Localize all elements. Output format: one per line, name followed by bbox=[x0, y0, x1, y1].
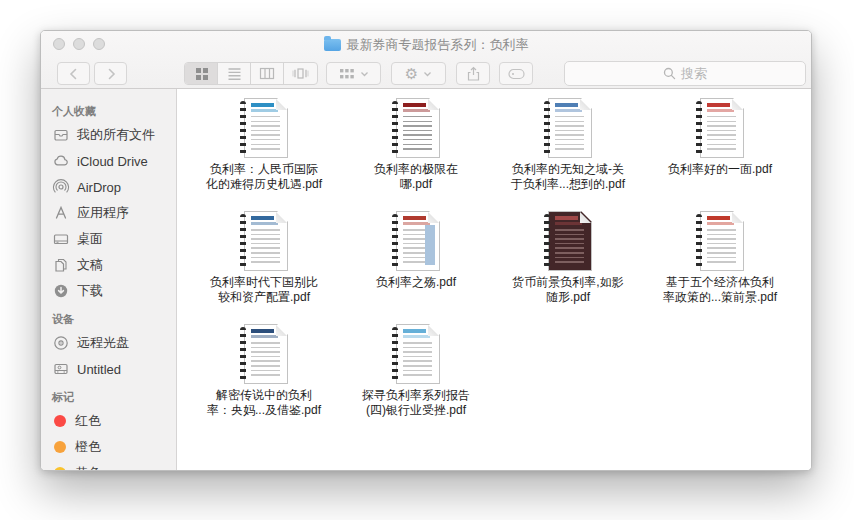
page-fold-corner bbox=[732, 212, 743, 223]
icon-view-icon bbox=[194, 66, 209, 81]
pdf-file-icon bbox=[392, 211, 440, 271]
page-fold-corner bbox=[732, 99, 743, 110]
spiral-binding bbox=[544, 101, 550, 155]
tag-pill-icon bbox=[508, 68, 525, 80]
pdf-page bbox=[396, 98, 440, 158]
sidebar-item-remote-disc[interactable]: 远程光盘 bbox=[41, 330, 176, 356]
sidebar-item-tag-yellow[interactable]: 黄色 bbox=[41, 460, 176, 471]
folder-icon bbox=[324, 39, 341, 51]
spiral-binding bbox=[240, 214, 246, 268]
minimize-button[interactable] bbox=[73, 38, 85, 50]
chevron-down-icon bbox=[360, 70, 369, 78]
file-name: 货币前景负利率,如影 随形.pdf bbox=[512, 275, 623, 305]
hard-drive-icon bbox=[52, 360, 70, 378]
tag-dot-icon bbox=[54, 467, 66, 471]
spiral-binding bbox=[240, 327, 246, 381]
pdf-file-icon bbox=[240, 324, 288, 384]
chevron-left-icon bbox=[66, 66, 82, 82]
chevron-right-icon bbox=[103, 66, 119, 82]
traffic-lights bbox=[53, 38, 105, 50]
pdf-file-icon bbox=[392, 98, 440, 158]
share-icon bbox=[466, 66, 481, 82]
sidebar-item-label: 文稿 bbox=[77, 256, 103, 274]
tag-dot-icon bbox=[54, 441, 66, 453]
sidebar-item-label: 橙色 bbox=[75, 438, 101, 456]
arrange-grid-icon bbox=[339, 67, 355, 81]
back-button[interactable] bbox=[57, 62, 90, 85]
applications-icon bbox=[52, 204, 70, 222]
sidebar-item-label: 应用程序 bbox=[77, 204, 129, 222]
sidebar-item-untitled-drive[interactable]: Untitled bbox=[41, 356, 176, 382]
close-button[interactable] bbox=[53, 38, 65, 50]
sidebar-item-applications[interactable]: 应用程序 bbox=[41, 200, 176, 226]
pdf-page bbox=[244, 211, 288, 271]
pdf-file-icon bbox=[696, 98, 744, 158]
window-title: 最新券商专题报告系列：负利率 bbox=[347, 36, 529, 54]
optical-disc-icon bbox=[52, 334, 70, 352]
file-item[interactable]: 基于五个经济体负利 率政策的...策前景.pdf bbox=[644, 211, 796, 324]
file-item[interactable]: 负利率的极限在 哪.pdf bbox=[340, 98, 492, 211]
downloads-icon bbox=[52, 282, 70, 300]
file-item[interactable]: 探寻负利率系列报告 (四)银行业受挫.pdf bbox=[340, 324, 492, 437]
search-placeholder: 搜索 bbox=[681, 65, 707, 83]
page-fold-corner bbox=[276, 99, 287, 110]
documents-icon bbox=[52, 256, 70, 274]
action-button[interactable]: ⚙ bbox=[391, 62, 446, 85]
file-name: 解密传说中的负利 率：央妈...及借鉴.pdf bbox=[207, 388, 321, 418]
spiral-binding bbox=[696, 214, 702, 268]
pdf-page bbox=[396, 324, 440, 384]
sidebar-item-label: iCloud Drive bbox=[77, 154, 148, 169]
sidebar-item-tag-orange[interactable]: 橙色 bbox=[41, 434, 176, 460]
share-button[interactable] bbox=[456, 62, 490, 85]
sidebar-item-documents[interactable]: 文稿 bbox=[41, 252, 176, 278]
file-item[interactable]: 负利率好的一面.pdf bbox=[644, 98, 796, 211]
file-name: 负利率之殇.pdf bbox=[376, 275, 456, 290]
page-fold-corner bbox=[276, 325, 287, 336]
sidebar-section-favorites: 个人收藏 bbox=[52, 104, 176, 119]
sidebar-item-desktop[interactable]: 桌面 bbox=[41, 226, 176, 252]
spiral-binding bbox=[240, 101, 246, 155]
zoom-button[interactable] bbox=[93, 38, 105, 50]
page-fold-corner bbox=[428, 212, 439, 223]
file-item[interactable]: 负利率时代下国别比 较和资产配置.pdf bbox=[188, 211, 340, 324]
tags-button[interactable] bbox=[499, 62, 533, 85]
list-view-icon bbox=[227, 66, 242, 81]
sidebar-item-label: 远程光盘 bbox=[77, 334, 129, 352]
file-name: 负利率：人民币国际 化的难得历史机遇.pdf bbox=[206, 162, 322, 192]
file-name: 负利率好的一面.pdf bbox=[668, 162, 772, 177]
sidebar-item-all-my-files[interactable]: 我的所有文件 bbox=[41, 122, 176, 148]
icon-view-button[interactable] bbox=[185, 63, 218, 84]
sidebar-item-label: 黄色 bbox=[75, 464, 101, 471]
pdf-file-icon bbox=[544, 211, 592, 271]
sidebar-item-airdrop[interactable]: AirDrop bbox=[41, 174, 176, 200]
sidebar: 个人收藏 我的所有文件 iCloud Drive AirDrop 应用程序 bbox=[41, 89, 177, 471]
sidebar-item-tag-red[interactable]: 红色 bbox=[41, 408, 176, 434]
arrange-button[interactable] bbox=[326, 62, 381, 85]
sidebar-item-label: 桌面 bbox=[77, 230, 103, 248]
sidebar-item-label: Untitled bbox=[77, 362, 121, 377]
coverflow-view-icon bbox=[292, 66, 309, 81]
coverflow-view-button[interactable] bbox=[284, 63, 317, 84]
spiral-binding bbox=[392, 101, 398, 155]
forward-button[interactable] bbox=[94, 62, 127, 85]
sidebar-item-downloads[interactable]: 下载 bbox=[41, 278, 176, 304]
pdf-page bbox=[244, 98, 288, 158]
file-item[interactable]: 货币前景负利率,如影 随形.pdf bbox=[492, 211, 644, 324]
pdf-file-icon bbox=[240, 211, 288, 271]
file-item[interactable]: 负利率：人民币国际 化的难得历史机遇.pdf bbox=[188, 98, 340, 211]
file-name: 负利率时代下国别比 较和资产配置.pdf bbox=[210, 275, 318, 305]
file-item[interactable]: 负利率之殇.pdf bbox=[340, 211, 492, 324]
list-view-button[interactable] bbox=[218, 63, 251, 84]
search-input[interactable]: 搜索 bbox=[564, 61, 806, 86]
titlebar[interactable]: 最新券商专题报告系列：负利率 bbox=[41, 31, 811, 58]
file-item[interactable]: 负利率的无知之域-关 于负利率...想到的.pdf bbox=[492, 98, 644, 211]
file-item[interactable]: 解密传说中的负利 率：央妈...及借鉴.pdf bbox=[188, 324, 340, 437]
sidebar-section-devices: 设备 bbox=[52, 312, 176, 327]
pdf-page bbox=[700, 98, 744, 158]
gear-icon: ⚙ bbox=[405, 66, 418, 81]
page-fold-corner bbox=[276, 212, 287, 223]
sidebar-item-label: AirDrop bbox=[77, 180, 121, 195]
column-view-button[interactable] bbox=[251, 63, 284, 84]
page-fold-corner bbox=[580, 99, 591, 110]
sidebar-item-icloud-drive[interactable]: iCloud Drive bbox=[41, 148, 176, 174]
